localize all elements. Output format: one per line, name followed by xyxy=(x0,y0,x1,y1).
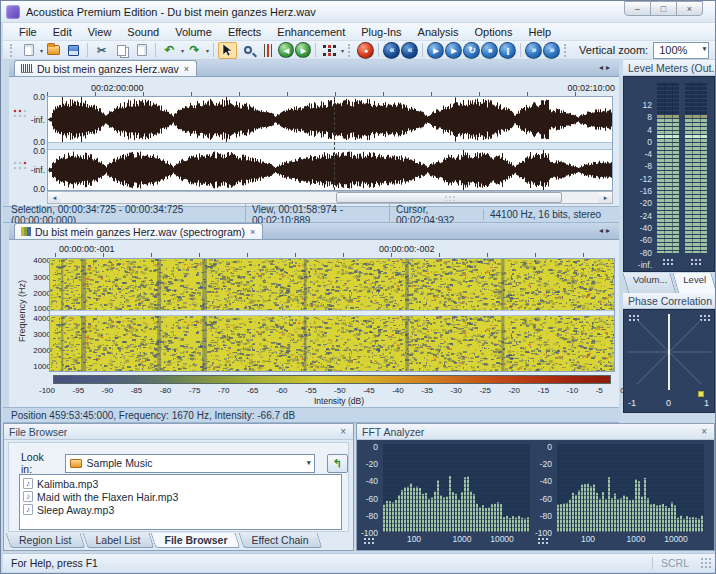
tab-effect-chain[interactable]: Effect Chain xyxy=(241,533,320,548)
playback-cursor[interactable] xyxy=(334,97,335,190)
wave-axis-label: -inf. xyxy=(11,165,45,175)
toolbar-grip[interactable] xyxy=(10,44,15,57)
file-browser-body: Look in: Sample Music ▾ ↰ ♪ Kalimba.mp3 … xyxy=(8,442,349,532)
tab-label-list[interactable]: Label List xyxy=(85,533,152,548)
toolbar-separator xyxy=(315,43,316,57)
scroll-left-arrow[interactable]: ◂ xyxy=(48,192,61,203)
redo-button[interactable]: ↷ xyxy=(185,42,204,59)
go-to-start-button[interactable]: « xyxy=(383,42,400,59)
resize-grip-icon[interactable] xyxy=(700,557,713,570)
tab-close-icon[interactable]: × xyxy=(249,227,256,237)
meter-scale-tick: -40 xyxy=(640,224,652,232)
new-file-button[interactable] xyxy=(19,42,38,59)
navigate-back-button[interactable]: ◀ xyxy=(278,42,294,58)
cut-button[interactable]: ✂ xyxy=(92,42,111,59)
play-all-button[interactable]: ▶ xyxy=(445,42,462,59)
toolbar-separator xyxy=(422,43,423,57)
menu-item[interactable]: Edit xyxy=(45,25,80,39)
fft-x-tick: 100 xyxy=(571,534,605,544)
folder-up-button[interactable]: ↰ xyxy=(327,454,348,473)
freq-tick: 4000 xyxy=(23,314,51,323)
fft-y-tick: -40 xyxy=(540,477,552,485)
fft-grip-icon[interactable] xyxy=(362,536,375,545)
tab-region-list[interactable]: Region List xyxy=(8,533,83,548)
intensity-tick: -75 xyxy=(189,386,201,395)
new-file-dropdown-icon[interactable]: ▾ xyxy=(40,47,43,54)
meter-scale-tick: 4 xyxy=(647,126,652,134)
undo-button[interactable]: ↶ xyxy=(160,42,179,59)
tab-scroll-arrows[interactable]: ◂▸ xyxy=(599,226,613,235)
menu-item[interactable]: Analysis xyxy=(410,25,467,39)
save-button[interactable] xyxy=(64,42,83,59)
level-meters-title-bar: Level Meters (Out... × xyxy=(623,60,715,76)
minimize-button[interactable]: – xyxy=(624,1,651,16)
open-file-button[interactable] xyxy=(44,42,63,59)
go-to-end-button[interactable]: » xyxy=(543,42,560,59)
level-meter-left xyxy=(657,83,679,253)
select-tool-button[interactable] xyxy=(218,42,237,59)
loop-button[interactable]: ↻ xyxy=(463,42,480,59)
zoom-tool-button[interactable] xyxy=(238,42,257,59)
selection-grid-dropdown-icon[interactable]: ▾ xyxy=(341,47,344,54)
menu-item[interactable]: Enhancement xyxy=(269,25,353,39)
menu-item[interactable]: File xyxy=(11,25,45,39)
panel-close-icon[interactable]: × xyxy=(338,426,348,437)
tab-close-icon[interactable]: × xyxy=(183,64,190,74)
freq-tick: 2000 xyxy=(23,289,51,298)
folder-select[interactable]: Sample Music ▾ xyxy=(65,454,315,473)
spectrogram-channel2[interactable] xyxy=(50,316,614,371)
scrub-tool-button[interactable] xyxy=(258,42,277,59)
meter-grip-icon[interactable] xyxy=(661,257,674,266)
waveform-channel2[interactable] xyxy=(48,150,612,190)
copy-button[interactable] xyxy=(112,42,131,59)
menu-item[interactable]: Options xyxy=(467,25,521,39)
tab-file-browser[interactable]: File Browser xyxy=(153,533,238,548)
nav-right-icon: ▶ xyxy=(301,47,305,54)
folder-icon xyxy=(70,459,82,468)
menu-item[interactable]: Volume xyxy=(167,25,220,39)
menu-item[interactable]: Help xyxy=(520,25,559,39)
file-list-item[interactable]: ♪ Sleep Away.mp3 xyxy=(23,503,338,516)
play-button[interactable]: ▶ xyxy=(427,42,444,59)
spectrogram-channel1[interactable] xyxy=(50,259,614,310)
wave-scrollbar[interactable]: ◂ ▸ xyxy=(47,191,613,204)
scroll-right-arrow[interactable]: ▸ xyxy=(599,192,612,203)
phase-marker xyxy=(698,391,704,397)
menu-item[interactable]: Effects xyxy=(220,25,269,39)
toolbar-grip[interactable] xyxy=(348,44,353,57)
undo-dropdown-icon[interactable]: ▾ xyxy=(181,47,184,54)
intensity-tick: -25 xyxy=(479,386,491,395)
paste-button[interactable] xyxy=(132,42,151,59)
selection-grid-button[interactable] xyxy=(320,42,339,59)
scrollbar-thumb[interactable] xyxy=(336,192,562,203)
file-list: ♪ Kalimba.mp3 ♪ Maid with the Flaxen Hai… xyxy=(19,474,342,530)
tab-wave-file[interactable]: Du bist mein ganzes Herz.wav × xyxy=(14,60,197,76)
skip-end-icon: » xyxy=(550,46,554,55)
tab-spectrogram[interactable]: Du bist mein ganzes Herz.wav (spectrogra… xyxy=(14,223,263,239)
stop-button[interactable]: ■ xyxy=(481,42,498,59)
pause-button[interactable]: || xyxy=(499,42,516,59)
navigate-forward-button[interactable]: ▶ xyxy=(295,42,311,58)
file-list-item[interactable]: ♪ Maid with the Flaxen Hair.mp3 xyxy=(23,490,338,503)
level-meters-panel: Level Meters (Out... × 12840-4-8-12-16-2… xyxy=(623,60,715,291)
menu-item[interactable]: Plug-Ins xyxy=(353,25,409,39)
meter-grip-icon[interactable] xyxy=(689,257,702,266)
record-button[interactable]: ● xyxy=(357,42,374,59)
vertical-zoom-select[interactable]: 100% ▾ xyxy=(653,42,709,59)
fast-forward-button[interactable]: » xyxy=(525,42,542,59)
close-button[interactable]: × xyxy=(676,1,703,16)
fft-grip-icon[interactable] xyxy=(536,536,549,545)
rewind-button[interactable]: « xyxy=(401,42,418,59)
panel-close-icon[interactable]: × xyxy=(699,426,709,437)
maximize-button[interactable]: □ xyxy=(650,1,677,16)
toolbar-grip[interactable] xyxy=(564,44,569,57)
menu-item[interactable]: Sound xyxy=(119,25,167,39)
waveform-channel1[interactable] xyxy=(48,97,612,142)
menu-item[interactable]: View xyxy=(80,25,120,39)
file-list-item[interactable]: ♪ Kalimba.mp3 xyxy=(23,477,338,490)
tab-scroll-arrows[interactable]: ◂▸ xyxy=(599,63,613,72)
redo-dropdown-icon[interactable]: ▾ xyxy=(206,47,209,54)
meter-scale-tick: 8 xyxy=(647,113,652,121)
fft-y-tick: -80 xyxy=(366,512,378,520)
fft-x-tick: 1000 xyxy=(445,534,479,544)
